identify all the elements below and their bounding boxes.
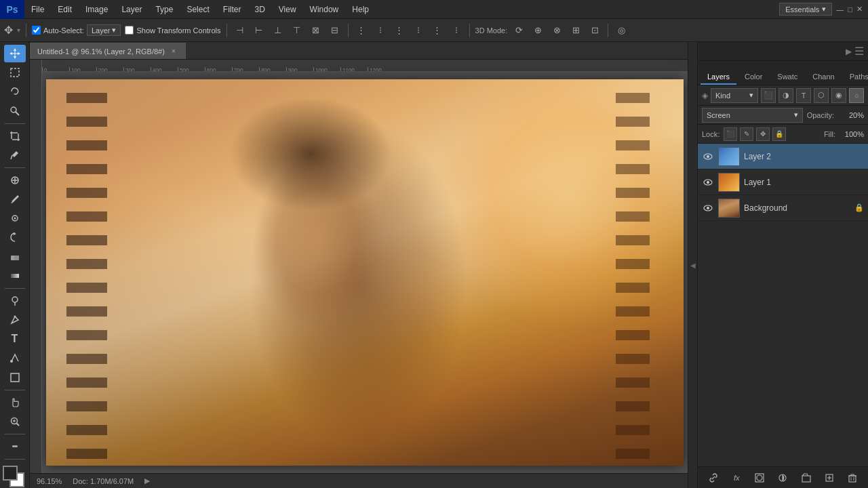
tab-color[interactable]: Color bbox=[738, 70, 769, 85]
lasso-tool[interactable] bbox=[4, 83, 26, 100]
blend-mode-dropdown[interactable]: Screen ▾ bbox=[702, 108, 803, 123]
kind-filter-dropdown[interactable]: Kind ▾ bbox=[711, 88, 758, 103]
more-tools-btn[interactable]: ••• bbox=[4, 438, 26, 455]
menu-filter[interactable]: Filter bbox=[216, 0, 248, 19]
layer-select-dropdown[interactable]: Layer ▾ bbox=[87, 24, 121, 36]
distribute-center-v-btn[interactable]: ⋮ bbox=[430, 23, 445, 38]
adjustment-filter-btn[interactable]: ◑ bbox=[778, 88, 793, 103]
selection-tool[interactable] bbox=[4, 64, 26, 81]
align-center-h-btn[interactable]: ⊢ bbox=[252, 23, 267, 38]
3d-rotate-btn[interactable]: ⟳ bbox=[511, 23, 526, 38]
new-layer-btn[interactable] bbox=[821, 470, 837, 486]
distribute-center-h-btn[interactable]: ⁝ bbox=[373, 23, 388, 38]
opacity-value[interactable]: 20% bbox=[838, 111, 864, 119]
menu-file[interactable]: File bbox=[24, 0, 51, 19]
quick-select-tool[interactable] bbox=[4, 102, 26, 120]
tool-options-arrow[interactable]: ▾ bbox=[17, 26, 20, 34]
healing-brush-tool[interactable] bbox=[4, 171, 26, 189]
minimize-btn[interactable]: — bbox=[836, 5, 844, 14]
tab-swatches[interactable]: Swatc bbox=[770, 70, 804, 85]
distribute-left-btn[interactable]: ⋮ bbox=[354, 23, 369, 38]
tab-channels[interactable]: Chann bbox=[806, 70, 841, 85]
pixel-filter-btn[interactable]: ⬛ bbox=[761, 88, 776, 103]
fx-btn[interactable]: fx bbox=[728, 470, 745, 486]
canvas-container[interactable]: 0 100 200 300 400 500 600 700 800 900 10… bbox=[30, 60, 688, 473]
3d-zoom-btn[interactable]: ⊗ bbox=[549, 23, 564, 38]
3d-pan-btn[interactable]: ⊕ bbox=[530, 23, 545, 38]
clone-stamp-tool[interactable] bbox=[4, 209, 26, 227]
close-btn[interactable]: ✕ bbox=[856, 5, 863, 14]
eraser-tool[interactable] bbox=[4, 248, 26, 266]
distribute-top-btn[interactable]: ⁝ bbox=[411, 23, 426, 38]
layer-item-layer1[interactable]: Layer 1 bbox=[698, 169, 868, 195]
tab-paths[interactable]: Paths bbox=[843, 70, 868, 85]
3d-camera-btn[interactable]: ◎ bbox=[614, 23, 629, 38]
pen-tool[interactable] bbox=[4, 311, 26, 329]
panel-menu-btn[interactable]: ☰ bbox=[854, 45, 864, 58]
shape-tool[interactable] bbox=[4, 368, 26, 386]
menu-layer[interactable]: Layer bbox=[115, 0, 149, 19]
menu-image[interactable]: Image bbox=[79, 0, 115, 19]
status-arrow[interactable]: ▶ bbox=[144, 476, 150, 485]
menu-view[interactable]: View bbox=[272, 0, 303, 19]
menu-edit[interactable]: Edit bbox=[51, 0, 79, 19]
align-middle-v-btn[interactable]: ⊠ bbox=[309, 23, 323, 38]
workspace-selector[interactable]: Essentials ▾ bbox=[779, 3, 832, 16]
brush-tool[interactable] bbox=[4, 190, 26, 208]
zoom-tool[interactable] bbox=[4, 413, 26, 430]
shape-filter-btn[interactable]: ⬡ bbox=[814, 88, 829, 103]
menu-window[interactable]: Window bbox=[303, 0, 346, 19]
text-tool[interactable]: T bbox=[4, 330, 26, 348]
maximize-btn[interactable]: □ bbox=[848, 5, 852, 14]
lock-artboard-btn[interactable]: ✥ bbox=[756, 127, 770, 141]
fill-value[interactable]: 100% bbox=[838, 130, 864, 138]
type-filter-btn[interactable]: T bbox=[796, 88, 811, 103]
document-tab[interactable]: Untitled-1 @ 96.1% (Layer 2, RGB/8#) × bbox=[30, 43, 186, 59]
show-transform-option[interactable]: Show Transform Controls bbox=[125, 26, 220, 35]
background-visibility-toggle[interactable] bbox=[702, 202, 714, 214]
3d-scale-btn[interactable]: ⊡ bbox=[587, 23, 602, 38]
toggle-filter-btn[interactable]: ○ bbox=[849, 88, 864, 103]
layer-item-background[interactable]: Background 🔒 bbox=[698, 195, 868, 221]
tab-layers[interactable]: Layers bbox=[701, 70, 736, 85]
path-selection-tool[interactable] bbox=[4, 349, 26, 367]
panel-play-btn[interactable]: ▶ bbox=[846, 47, 852, 56]
right-panel-collapse[interactable]: ◀ bbox=[688, 42, 697, 488]
menu-3d[interactable]: 3D bbox=[248, 0, 271, 19]
layer2-visibility-toggle[interactable] bbox=[702, 150, 714, 163]
add-adjustment-btn[interactable] bbox=[774, 470, 791, 486]
move-tool-icon[interactable]: ✥ bbox=[4, 24, 13, 37]
delete-layer-btn[interactable] bbox=[844, 470, 861, 486]
align-bottom-btn[interactable]: ⊟ bbox=[328, 23, 342, 38]
tab-close-btn[interactable]: × bbox=[169, 47, 178, 56]
distribute-right-btn[interactable]: ⋮ bbox=[392, 23, 407, 38]
foreground-color[interactable] bbox=[3, 466, 18, 481]
link-layers-btn[interactable] bbox=[705, 470, 722, 486]
menu-help[interactable]: Help bbox=[345, 0, 376, 19]
crop-tool[interactable] bbox=[4, 127, 26, 145]
align-right-btn[interactable]: ⊥ bbox=[271, 23, 285, 38]
color-swatch[interactable] bbox=[3, 466, 27, 485]
menu-select[interactable]: Select bbox=[180, 0, 216, 19]
align-left-btn[interactable]: ⊣ bbox=[233, 23, 248, 38]
layer-item-layer2[interactable]: Layer 2 bbox=[698, 144, 868, 169]
eyedropper-tool[interactable] bbox=[4, 146, 26, 164]
lock-pixels-btn[interactable]: ⬛ bbox=[724, 127, 737, 141]
distribute-bottom-btn[interactable]: ⁝ bbox=[449, 23, 464, 38]
3d-mode-label: 3D Mode: bbox=[475, 26, 508, 35]
align-top-btn[interactable]: ⊤ bbox=[290, 23, 304, 38]
menu-type[interactable]: Type bbox=[149, 0, 180, 19]
new-group-btn[interactable] bbox=[798, 470, 814, 486]
lock-all-btn[interactable]: 🔒 bbox=[772, 127, 786, 141]
hand-tool[interactable] bbox=[4, 393, 26, 411]
gradient-tool[interactable] bbox=[4, 267, 26, 285]
layer1-visibility-toggle[interactable] bbox=[702, 176, 714, 188]
3d-slide-btn[interactable]: ⊞ bbox=[568, 23, 583, 38]
dodge-tool[interactable] bbox=[4, 292, 26, 310]
lock-position-btn[interactable]: ✎ bbox=[740, 127, 753, 141]
smart-filter-btn[interactable]: ◉ bbox=[831, 88, 846, 103]
add-mask-btn[interactable] bbox=[751, 470, 768, 486]
history-brush-tool[interactable] bbox=[4, 228, 26, 246]
move-tool[interactable] bbox=[4, 45, 26, 62]
auto-select-option[interactable]: Auto-Select: Layer ▾ bbox=[32, 24, 121, 36]
